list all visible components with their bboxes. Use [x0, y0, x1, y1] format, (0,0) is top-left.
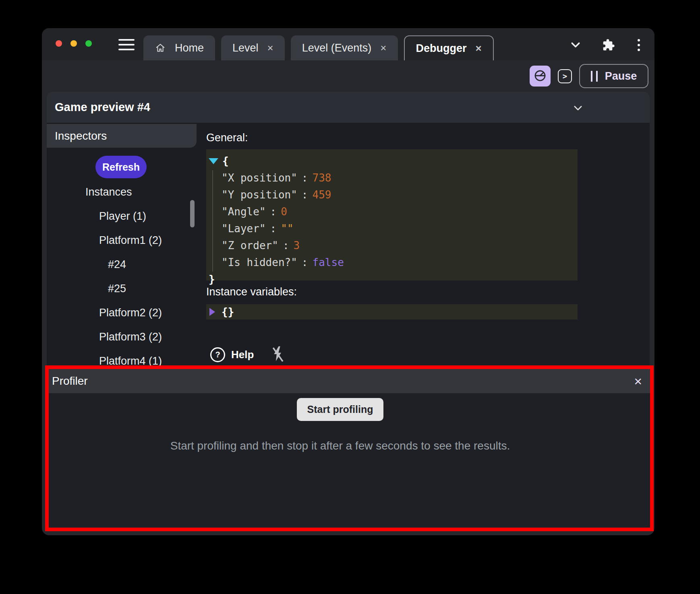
property-key: X position	[222, 172, 297, 184]
tree-item-platform3[interactable]: Platform3 (2)	[47, 325, 197, 349]
window-controls	[56, 40, 92, 47]
property-key: Z order	[222, 239, 278, 252]
general-section-label: General:	[206, 132, 248, 144]
tree-item-25[interactable]: #25	[47, 276, 197, 301]
pause-label: Pause	[605, 70, 637, 82]
dropdown-chevron-icon[interactable]	[572, 102, 584, 115]
tab-level-events[interactable]: Level (Events) ×	[291, 35, 398, 60]
instance-variables-label: Instance variables:	[206, 286, 297, 298]
close-window-button[interactable]	[56, 40, 62, 47]
close-brace: }	[209, 273, 215, 285]
gauge-profiler-icon	[533, 69, 547, 84]
pause-icon	[591, 71, 598, 82]
game-preview-selector[interactable]: Game preview #4	[47, 92, 650, 123]
flash-off-button[interactable]	[268, 344, 288, 365]
debugger-window: Home Level × Level (Events) × Debugger ×	[42, 28, 654, 535]
property-row: Z order : 3	[209, 237, 578, 254]
profiler-body: Start profiling Start profiling and then…	[49, 393, 650, 528]
property-value: false	[313, 256, 344, 268]
profiler-title: Profiler	[52, 375, 88, 388]
zoom-window-button[interactable]	[85, 40, 92, 47]
property-key: Layer	[222, 223, 266, 235]
property-value: 738	[313, 172, 331, 184]
sidebar-scrollbar-thumb[interactable]	[190, 200, 195, 227]
profiler-panel: Profiler × Start profiling Start profili…	[49, 369, 650, 528]
property-row: Layer : ""	[209, 220, 578, 237]
property-key: Y position	[222, 189, 297, 201]
pause-button[interactable]: Pause	[579, 64, 648, 88]
variables-json-view: {}	[206, 304, 578, 320]
inspectors-header: Inspectors	[47, 124, 197, 148]
profiler-hint-text: Start profiling and then stop it after a…	[170, 439, 510, 452]
tree-item-instances[interactable]: Instances	[47, 180, 197, 204]
flash-off-icon	[271, 345, 285, 365]
help-icon: ?	[210, 347, 225, 362]
json-indent-guide	[212, 170, 213, 272]
tab-label: Level (Events)	[302, 42, 372, 54]
game-preview-label: Game preview #4	[55, 101, 150, 114]
debugger-toolbar: > Pause	[42, 60, 654, 92]
collapse-triangle-icon[interactable]	[209, 308, 215, 316]
chevron-down-icon[interactable]	[569, 39, 582, 52]
titlebar-right-icons	[569, 37, 642, 53]
property-row: Y position : 459	[209, 186, 578, 203]
inspectors-tree: Instances Player (1) Platform1 (2) #24 #…	[47, 180, 197, 373]
tab-level[interactable]: Level ×	[221, 35, 285, 60]
property-row: Angle : 0	[209, 203, 578, 220]
home-icon	[155, 42, 166, 54]
close-icon[interactable]: ×	[634, 374, 642, 388]
extensions-puzzle-icon[interactable]	[602, 39, 615, 52]
property-value: 459	[313, 189, 331, 201]
property-key: Angle	[222, 206, 266, 218]
tab-label: Debugger	[416, 42, 467, 55]
refresh-button[interactable]: Refresh	[95, 156, 147, 178]
start-profiling-button[interactable]: Start profiling	[297, 398, 384, 421]
property-value: 0	[281, 206, 287, 218]
title-tab-bar: Home Level × Level (Events) × Debugger ×	[42, 28, 654, 60]
tab-debugger[interactable]: Debugger ×	[404, 35, 494, 60]
close-icon[interactable]: ×	[267, 43, 273, 53]
close-icon[interactable]: ×	[476, 43, 482, 54]
tab-home[interactable]: Home	[143, 35, 215, 60]
tree-item-24[interactable]: #24	[47, 252, 197, 276]
profiler-header: Profiler ×	[49, 369, 650, 393]
open-brace: {	[222, 155, 229, 167]
help-button[interactable]: ? Help	[208, 347, 256, 363]
property-row: Is hidden? : false	[209, 254, 578, 271]
tree-item-player[interactable]: Player (1)	[47, 204, 197, 228]
profiler-toggle-button[interactable]	[530, 66, 551, 87]
minimize-window-button[interactable]	[70, 40, 77, 47]
kebab-menu-icon[interactable]	[635, 39, 642, 51]
tree-item-platform2[interactable]: Platform2 (2)	[47, 301, 197, 325]
tree-item-platform1[interactable]: Platform1 (2)	[47, 228, 197, 252]
property-value: ""	[281, 223, 293, 235]
help-label: Help	[231, 349, 254, 361]
expand-triangle-icon[interactable]	[209, 158, 218, 164]
close-icon[interactable]: ×	[380, 43, 386, 53]
console-icon[interactable]: >	[558, 69, 572, 83]
tab-strip: Home Level × Level (Events) × Debugger ×	[143, 35, 494, 60]
inspector-footer: ? Help	[208, 344, 288, 365]
variables-value: {}	[222, 306, 234, 318]
menu-hamburger-icon[interactable]	[118, 39, 135, 50]
tab-label: Level	[232, 42, 259, 54]
general-json-view: { X position : 738 Y position : 459 Angl…	[206, 149, 578, 280]
property-row: X position : 738	[209, 169, 578, 186]
tab-label: Home	[175, 42, 204, 54]
property-key: Is hidden?	[222, 256, 297, 268]
property-value: 3	[294, 239, 300, 252]
